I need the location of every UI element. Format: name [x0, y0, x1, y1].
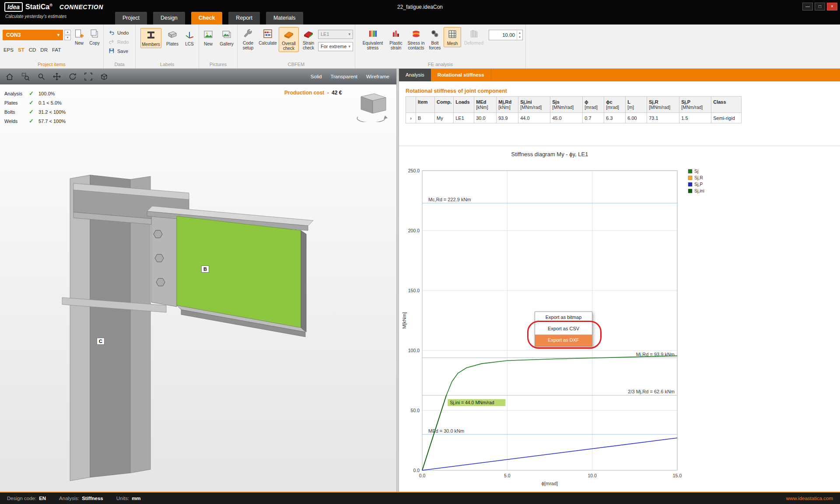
bolt-icon[interactable]: [154, 230, 162, 238]
mode-st[interactable]: ST: [18, 47, 24, 52]
tab-analysis-results[interactable]: Analysis: [399, 69, 431, 81]
save-button[interactable]: Save: [108, 48, 129, 54]
undo-button[interactable]: Undo: [108, 29, 129, 36]
pan-button[interactable]: [52, 71, 62, 82]
project-item-combo-value: CON3: [6, 32, 21, 38]
navigation-cube[interactable]: [350, 91, 394, 122]
tab-materials[interactable]: Materials: [266, 12, 303, 24]
statusbar: Design code: EN Analysis: Stiffness Unit…: [0, 492, 840, 504]
zoom-fit-button[interactable]: [83, 71, 94, 82]
deformed-scale-spinner[interactable]: 10.00 ▲▼: [489, 30, 523, 40]
column-flange-face: [70, 175, 90, 481]
group-label-data: Data: [104, 62, 135, 67]
undo-icon: [108, 29, 115, 36]
row-expander-icon[interactable]: ›: [406, 113, 416, 123]
clipping-plane-button[interactable]: [99, 71, 109, 82]
svg-text:MEd = 30.0 kNm: MEd = 30.0 kNm: [428, 428, 464, 434]
check-ok-icon: ✓: [29, 90, 38, 97]
project-item-spinner: ▲ ▼: [64, 30, 71, 40]
zoom-window-button[interactable]: [20, 71, 31, 82]
copy-item-button[interactable]: Copy: [88, 28, 102, 46]
code-setup-button[interactable]: Code setup: [239, 28, 257, 50]
strain-check-icon: [303, 28, 314, 39]
tab-project[interactable]: Project: [115, 12, 147, 24]
equivalent-stress-button[interactable]: Equivalent stress: [360, 28, 385, 50]
plates-label-button[interactable]: Plates: [164, 29, 181, 46]
menu-item-export-dxf[interactable]: Export as DXF: [535, 335, 592, 346]
chevron-down-icon: ▾: [348, 30, 350, 38]
plastic-strain-button[interactable]: Plastic strain: [387, 28, 405, 50]
view-mode-transparent[interactable]: Transparent: [330, 74, 357, 79]
table-header-expander: [406, 97, 416, 113]
svg-text:10.0: 10.0: [588, 473, 597, 478]
project-item-up-button[interactable]: ▲: [64, 30, 71, 35]
mode-eps[interactable]: EPS: [4, 47, 14, 52]
group-label-project-items: Project items: [0, 62, 103, 67]
zoom-button[interactable]: [36, 71, 46, 82]
table-cell: Semi-rigid: [711, 113, 742, 123]
stress-in-contacts-button[interactable]: Stress in contacts: [406, 28, 426, 50]
status-units: Units: mm: [116, 496, 141, 501]
table-cell: 6.3: [604, 113, 626, 123]
maximize-button[interactable]: □: [815, 3, 825, 10]
3d-viewport[interactable]: Solid Transparent Wireframe Analysis ✓ 1…: [0, 69, 396, 492]
lcs-icon: [184, 29, 195, 40]
tab-rotational-stiffness[interactable]: Rotational stiffness: [431, 69, 491, 81]
project-item-down-button[interactable]: ▼: [64, 35, 71, 40]
lcs-label-button[interactable]: LCS: [182, 29, 197, 46]
mode-fat[interactable]: FAT: [52, 47, 61, 52]
mode-dr[interactable]: DR: [40, 47, 48, 52]
series-Sj: [422, 356, 677, 470]
new-item-button[interactable]: New: [73, 28, 86, 46]
menu-item-export-bitmap[interactable]: Export as bitmap: [535, 312, 592, 323]
view-mode-switch: Solid Transparent Wireframe: [311, 69, 389, 84]
bolt-icon[interactable]: [155, 254, 164, 262]
check-row-plates[interactable]: Plates ✓ 0.1 < 5.0%: [4, 98, 66, 107]
tab-check[interactable]: Check: [191, 12, 223, 24]
svg-text:5.0: 5.0: [504, 473, 511, 478]
calculate-icon: [262, 28, 273, 39]
tab-report[interactable]: Report: [228, 12, 260, 24]
deformed-scale-value: 10.00: [489, 32, 517, 38]
table-cell: B: [416, 113, 435, 123]
mode-cd[interactable]: CD: [29, 47, 36, 52]
picture-new-button[interactable]: New: [200, 29, 216, 46]
members-label-button[interactable]: Members: [140, 28, 161, 48]
website-link[interactable]: www.ideastatica.com: [786, 496, 833, 501]
overall-check-icon: [283, 28, 294, 40]
strain-check-button[interactable]: Strain check: [300, 28, 317, 50]
tab-design[interactable]: Design: [153, 12, 185, 24]
extreme-combo[interactable]: For extreme ▾: [318, 42, 353, 51]
close-button[interactable]: ×: [827, 3, 837, 10]
connection-3d-model[interactable]: [0, 84, 396, 492]
project-item-combo[interactable]: CON3 ▾: [3, 30, 63, 40]
check-row-welds[interactable]: Welds ✓ 57.7 < 100%: [4, 116, 66, 126]
home-view-button[interactable]: [4, 71, 15, 82]
bolt-forces-icon: [429, 28, 441, 39]
member-label-c[interactable]: C: [97, 338, 105, 345]
view-mode-solid[interactable]: Solid: [311, 74, 322, 79]
menu-item-export-csv[interactable]: Export as CSV: [535, 323, 592, 335]
deformed-button[interactable]: Deformed: [462, 28, 486, 46]
bolt-forces-button[interactable]: Bolt forces: [427, 28, 443, 50]
mesh-button[interactable]: Mesh: [444, 27, 461, 47]
bolt-icon[interactable]: [156, 278, 165, 286]
overall-check-button[interactable]: Overall check: [279, 27, 299, 52]
table-header-cell: Sj,ini[MNm/rad]: [518, 97, 550, 113]
table-header-cell: Sjs[MNm/rad]: [550, 97, 583, 113]
minimize-button[interactable]: —: [802, 3, 813, 10]
rotate-button[interactable]: [67, 71, 78, 82]
spinner-arrows[interactable]: ▲▼: [517, 31, 522, 39]
stress-in-contacts-icon: [410, 28, 422, 39]
calculate-button[interactable]: Calculate: [258, 28, 278, 46]
load-case-combo[interactable]: LE1 ▾: [318, 30, 353, 39]
check-row-bolts[interactable]: Bolts ✓ 31.2 < 100%: [4, 107, 66, 116]
y-axis-label: M[kNm]: [402, 312, 407, 329]
redo-button[interactable]: Redo: [108, 38, 129, 45]
view-mode-wireframe[interactable]: Wireframe: [366, 74, 389, 79]
gallery-button[interactable]: Gallery: [217, 29, 236, 46]
copy-icon: [89, 28, 100, 39]
check-row-analysis[interactable]: Analysis ✓ 100.0%: [4, 89, 66, 98]
svg-text:100.0: 100.0: [408, 348, 420, 353]
member-label-b[interactable]: B: [201, 266, 209, 273]
